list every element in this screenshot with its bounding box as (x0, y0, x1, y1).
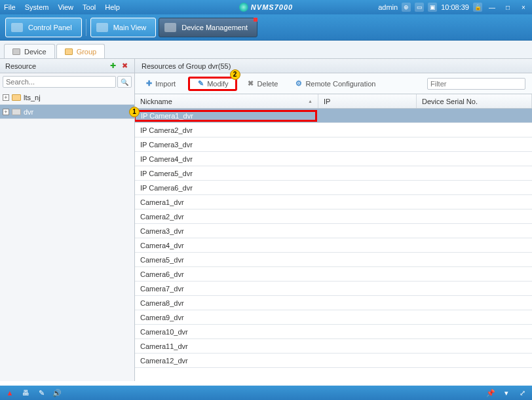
table-row[interactable]: Camera4_dvr (135, 238, 532, 253)
modify-button[interactable]: ✎ Modify 2 (188, 77, 237, 91)
tree-label: dvr (24, 108, 33, 116)
collapse-icon[interactable]: ▾ (502, 388, 511, 397)
table-row[interactable]: Camera9_dvr (135, 310, 532, 325)
menubar: File System View Tool Help NVMS7000 admi… (0, 0, 532, 14)
add-folder-icon[interactable]: ✚ (108, 62, 117, 71)
subtabs: Device Group (0, 41, 532, 59)
annotation-marker-2: 2 (230, 69, 240, 80)
cell-nickname: Camera11_dvr (135, 342, 318, 350)
main-view-button[interactable]: Main View (90, 18, 157, 37)
filter-box (427, 78, 525, 90)
table-row[interactable]: IP Camera5_dvr (135, 166, 532, 181)
folder-icon (12, 94, 21, 101)
action-bar: ✚ Import ✎ Modify 2 ✖ Delete ⚙ Remote Co… (135, 73, 532, 94)
table-row[interactable]: Camera1_dvr (135, 195, 532, 209)
minimize-button[interactable]: — (486, 3, 498, 12)
print-icon[interactable]: 🖶 (21, 388, 30, 397)
menu-tool[interactable]: Tool (83, 3, 96, 11)
tab-group[interactable]: Group (56, 44, 105, 58)
resource-header: Resource ✚ ✖ (0, 59, 134, 73)
table-row[interactable]: IP Camera1_dvr (135, 109, 532, 123)
lock-icon[interactable]: 🔒 (473, 3, 482, 12)
delete-folder-icon[interactable]: ✖ (120, 62, 129, 71)
cell-nickname: Camera2_dvr (135, 213, 318, 221)
rec-icon[interactable]: ▣ (428, 3, 437, 12)
filter-input[interactable] (427, 78, 525, 90)
search-row: 🔍 (0, 73, 134, 90)
cell-nickname: Camera12_dvr (135, 357, 318, 365)
folder-open-icon (65, 48, 73, 55)
search-icon: 🔍 (121, 79, 128, 86)
table-row[interactable]: Camera5_dvr (135, 253, 532, 267)
cell-nickname: Camera7_dvr (135, 285, 318, 293)
pin-icon[interactable]: 📌 (486, 388, 495, 397)
device-management-button[interactable]: Device Management (159, 18, 257, 37)
menu-file[interactable]: File (4, 3, 16, 11)
cell-nickname: Camera8_dvr (135, 299, 318, 307)
plus-icon: ✚ (145, 80, 153, 88)
menu-help[interactable]: Help (105, 3, 120, 11)
sound-icon[interactable]: 🔊 (52, 388, 62, 397)
cell-nickname: Camera4_dvr (135, 242, 318, 249)
cell-nickname: IP Camera2_dvr (135, 126, 318, 134)
edit-icon: ✎ (197, 80, 204, 88)
network-icon[interactable]: ⊕ (402, 3, 411, 12)
tab-device[interactable]: Device (4, 44, 55, 58)
main-toolbar: Control Panel Main View Device Managemen… (0, 14, 532, 41)
content-title: Resources of Group dvr(55) (135, 59, 532, 73)
alarm-icon[interactable]: ▲ (5, 388, 14, 397)
menu-view[interactable]: View (58, 3, 73, 11)
table-row[interactable]: IP Camera4_dvr (135, 152, 532, 166)
tree-item-dvr[interactable]: + dvr 1 (0, 105, 134, 119)
col-serial[interactable]: Device Serial No. (417, 94, 532, 108)
delete-button[interactable]: ✖ Delete (242, 77, 286, 91)
grid-body[interactable]: IP Camera1_dvrIP Camera2_dvrIP Camera3_d… (135, 109, 532, 380)
search-input[interactable] (3, 76, 116, 88)
table-row[interactable]: Camera8_dvr (135, 296, 532, 310)
grid-icon (11, 23, 23, 32)
remote-config-button[interactable]: ⚙ Remote Configuration (290, 77, 383, 91)
server-icon (12, 48, 20, 55)
clock: 10:08:39 (441, 3, 469, 11)
table-row[interactable]: Camera2_dvr (135, 209, 532, 224)
monitor-icon (96, 23, 108, 32)
disk-icon[interactable]: ▭ (415, 3, 424, 12)
cell-nickname: IP Camera4_dvr (135, 155, 318, 163)
table-row[interactable]: Camera6_dvr (135, 267, 532, 282)
resource-pane: Resource ✚ ✖ 🔍 + lts_nj + dvr 1 (0, 59, 135, 381)
table-row[interactable]: Camera3_dvr (135, 224, 532, 238)
globe-icon (239, 3, 248, 12)
table-row[interactable]: Camera12_dvr (135, 354, 532, 368)
separator (86, 19, 86, 36)
table-row[interactable]: IP Camera3_dvr (135, 137, 532, 152)
search-button[interactable]: 🔍 (117, 76, 132, 88)
col-ip[interactable]: IP (318, 94, 417, 108)
cell-nickname: Camera5_dvr (135, 256, 318, 264)
table-row[interactable]: Camera11_dvr (135, 339, 532, 354)
cell-nickname: Camera6_dvr (135, 270, 318, 278)
import-button[interactable]: ✚ Import (140, 77, 183, 91)
expander-icon[interactable]: + (3, 94, 9, 101)
table-row[interactable]: IP Camera2_dvr (135, 123, 532, 137)
grid-header: Nickname▲ IP Device Serial No. (135, 94, 532, 109)
expand-icon[interactable]: ⤢ (518, 388, 527, 397)
menu-system[interactable]: System (25, 3, 49, 11)
cell-nickname: Camera3_dvr (135, 227, 318, 235)
expander-icon[interactable]: + (3, 109, 9, 115)
statusbar: ▲ 🖶 ✎ 🔊 📌 ▾ ⤢ (0, 386, 532, 400)
col-nickname[interactable]: Nickname▲ (135, 94, 318, 108)
close-button[interactable]: × (518, 3, 529, 12)
alert-mark-icon (254, 18, 257, 22)
main-split: Resource ✚ ✖ 🔍 + lts_nj + dvr 1 Resource (0, 59, 532, 381)
table-row[interactable]: IP Camera6_dvr (135, 181, 532, 195)
device-icon (164, 23, 176, 32)
cell-nickname: IP Camera6_dvr (135, 184, 318, 192)
control-panel-button[interactable]: Control Panel (5, 18, 82, 37)
table-row[interactable]: Camera7_dvr (135, 282, 532, 296)
tree-item-lts-nj[interactable]: + lts_nj (0, 90, 134, 105)
tag-icon[interactable]: ✎ (37, 388, 46, 397)
brand-text: NVMS7000 (251, 3, 293, 11)
maximize-button[interactable]: □ (502, 3, 514, 12)
cell-nickname: IP Camera5_dvr (135, 170, 318, 177)
table-row[interactable]: Camera10_dvr (135, 325, 532, 339)
